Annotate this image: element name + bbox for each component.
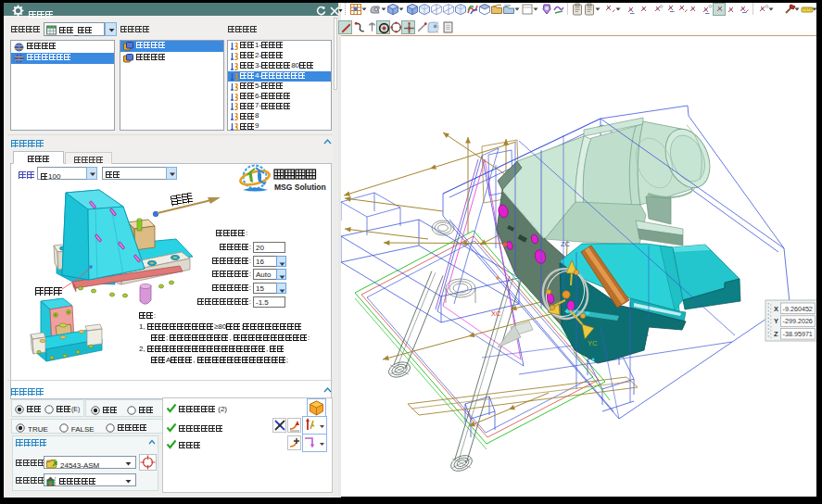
svg-text:-9.260452: -9.260452 xyxy=(783,305,813,313)
svg-text:Y: Y xyxy=(774,317,778,325)
svg-text:-299.2026: -299.2026 xyxy=(783,317,813,325)
svg-text:XC: XC xyxy=(491,309,501,318)
svg-text:YC: YC xyxy=(588,339,598,347)
svg-text:MSG Solution: MSG Solution xyxy=(274,183,326,192)
svg-text:Z: Z xyxy=(774,330,778,338)
svg-text:ZC: ZC xyxy=(561,240,571,248)
svg-text:-38.95971: -38.95971 xyxy=(783,330,813,338)
svg-text:X: X xyxy=(774,305,778,313)
